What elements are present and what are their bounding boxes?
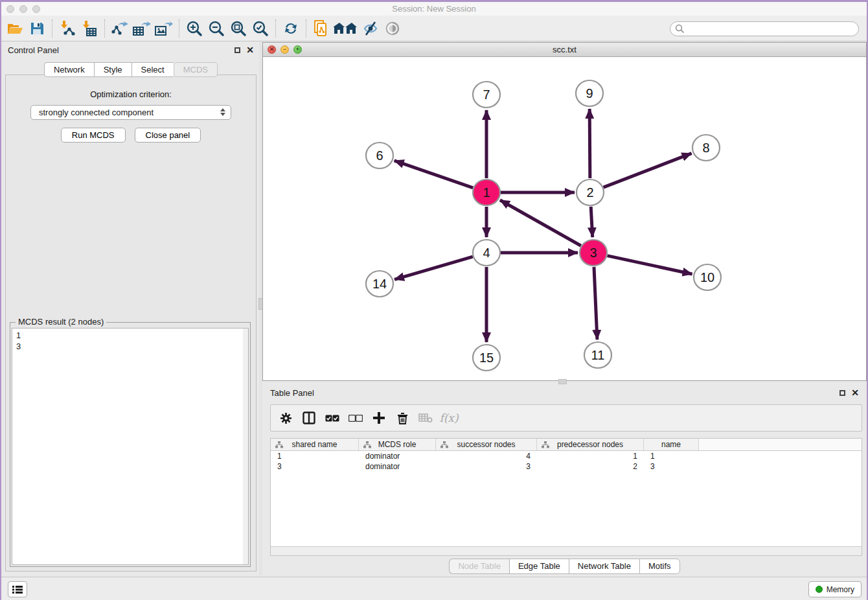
first-neighbors-icon (334, 22, 358, 35)
export-image-button[interactable] (153, 17, 175, 40)
table-cell[interactable]: 1 (644, 451, 699, 461)
open-session-button[interactable] (4, 17, 26, 40)
edge-4-14[interactable] (394, 257, 473, 279)
table-panel-title: Table Panel (270, 388, 314, 398)
mcds-result-text[interactable]: 1 3 (12, 328, 249, 565)
import-table-icon (82, 21, 97, 36)
add-column-button[interactable] (371, 410, 387, 426)
export-network-button[interactable] (109, 17, 131, 40)
column-label: shared name (291, 440, 337, 449)
edge-3-11[interactable] (594, 267, 597, 340)
float-panel-icon[interactable] (234, 47, 240, 53)
hierarchy-icon (440, 441, 448, 448)
first-neighbors-button[interactable] (332, 17, 360, 40)
node-label-11: 11 (591, 348, 605, 362)
column-label: MCDS role (378, 440, 417, 449)
show-columns-button[interactable] (301, 410, 317, 426)
network-window-titlebar[interactable]: ✕ − + scc.txt (263, 43, 866, 57)
table-row[interactable]: 1dominator411 (271, 451, 862, 461)
column-header-MCDS-role[interactable]: MCDS role (359, 439, 436, 450)
float-table-panel-icon[interactable] (839, 390, 845, 396)
table-cell[interactable]: dominator (359, 451, 436, 461)
open-session-icon (7, 21, 23, 36)
tab-network[interactable]: Network (44, 62, 94, 77)
node-label-15: 15 (479, 351, 494, 365)
run-mcds-button[interactable]: Run MCDS (61, 128, 126, 143)
memory-button[interactable]: Memory (808, 581, 862, 597)
mcds-result-scrollbar[interactable] (243, 329, 248, 564)
search-icon (675, 24, 685, 34)
table-tabs: Node TableEdge TableNetwork TableMotifs (262, 559, 867, 574)
table-cell[interactable]: 4 (436, 451, 537, 461)
node-label-2: 2 (586, 185, 593, 200)
column-header-name[interactable]: name (644, 439, 699, 450)
edge-2-9[interactable] (589, 109, 590, 178)
table-body: 1dominator4113dominator323 (271, 451, 862, 472)
node-label-4: 4 (483, 246, 490, 260)
close-panel-icon[interactable]: ✕ (246, 45, 254, 54)
network-window: ✕ − + scc.txt 7968124314101511 (262, 42, 867, 381)
export-network-icon (111, 21, 128, 36)
function-builder-button[interactable]: f(x) (440, 410, 457, 426)
edge-3-1[interactable] (500, 200, 581, 246)
refresh-button[interactable] (280, 17, 302, 40)
column-label: successor nodes (457, 440, 515, 449)
toolbar-separator (275, 19, 276, 38)
optimization-criterion-label: Optimization criterion: (6, 89, 256, 99)
column-header-predecessor-nodes[interactable]: predecessor nodes (537, 439, 644, 450)
save-session-button[interactable] (26, 17, 48, 40)
import-table-button[interactable] (78, 17, 100, 40)
search-input[interactable] (688, 25, 858, 34)
select-all-button[interactable] (324, 410, 341, 426)
network-canvas[interactable]: 7968124314101511 (263, 57, 866, 380)
clone-network-button[interactable] (310, 17, 332, 40)
edge-3-10[interactable] (608, 256, 692, 274)
show-all-button[interactable] (382, 17, 404, 40)
edge-2-3[interactable] (591, 207, 593, 237)
optimization-criterion-select[interactable]: strongly connected component (30, 105, 231, 120)
delete-column-button[interactable] (394, 410, 411, 426)
tab-mcds[interactable]: MCDS (174, 62, 218, 77)
tab-style[interactable]: Style (94, 62, 131, 77)
delete-table-button[interactable] (417, 410, 434, 426)
zoom-in-button[interactable] (183, 17, 205, 40)
horizontal-splitter-handle[interactable] (558, 379, 567, 384)
table-horizontal-scrollbar[interactable] (271, 546, 862, 555)
task-history-button[interactable] (8, 581, 27, 597)
hide-selected-button[interactable] (360, 17, 382, 40)
tab-motifs[interactable]: Motifs (639, 559, 680, 574)
table-cell[interactable]: 3 (436, 461, 537, 472)
tab-edge-table[interactable]: Edge Table (509, 559, 569, 574)
table-cell[interactable]: 1 (537, 451, 644, 461)
table-cell[interactable]: 3 (271, 461, 359, 472)
close-table-panel-icon[interactable]: ✕ (851, 388, 859, 397)
edge-2-8[interactable] (604, 154, 692, 187)
zoom-fit-button[interactable] (227, 17, 249, 40)
search-field[interactable] (670, 21, 859, 36)
hierarchy-icon (363, 441, 371, 448)
deselect-all-button[interactable] (347, 410, 364, 426)
column-header-successor-nodes[interactable]: successor nodes (436, 439, 537, 450)
node-label-9: 9 (586, 86, 593, 100)
export-image-icon (155, 21, 173, 36)
hide-selected-icon (362, 21, 379, 36)
zoom-out-button[interactable] (205, 17, 227, 40)
tab-select[interactable]: Select (131, 62, 174, 77)
column-label: name (661, 440, 681, 449)
gear-icon (280, 412, 292, 424)
close-panel-button[interactable]: Close panel (135, 128, 201, 143)
tab-node-table[interactable]: Node Table (449, 559, 509, 574)
table-cell[interactable]: 3 (644, 461, 699, 472)
export-table-button[interactable] (131, 17, 153, 40)
table-cell[interactable]: dominator (359, 461, 436, 472)
edge-1-6[interactable] (394, 161, 474, 188)
node-table[interactable]: shared nameMCDS rolesuccessor nodesprede… (270, 438, 862, 556)
tab-network-table[interactable]: Network Table (569, 559, 639, 574)
zoom-selected-button[interactable] (249, 17, 271, 40)
table-cell[interactable]: 1 (271, 451, 359, 461)
import-network-button[interactable] (56, 17, 78, 40)
table-row[interactable]: 3dominator323 (271, 461, 862, 472)
column-header-shared-name[interactable]: shared name (271, 439, 359, 450)
table-settings-button[interactable] (277, 410, 294, 426)
table-cell[interactable]: 2 (537, 461, 644, 472)
